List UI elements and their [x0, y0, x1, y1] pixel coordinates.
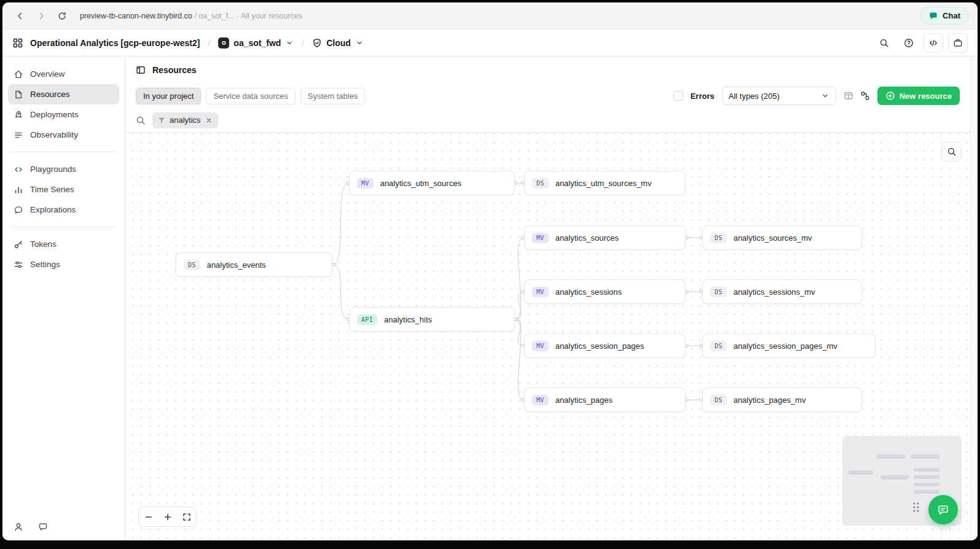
node-type-badge: DS	[710, 341, 727, 351]
minimap-bar	[914, 475, 939, 479]
sidebar-item-label: Settings	[30, 260, 60, 269]
sidebar-item-resources[interactable]: Resources	[8, 84, 119, 104]
edge-endpoint-dot	[515, 318, 518, 321]
edge-endpoint-dot	[686, 345, 689, 348]
plus-circle-icon	[885, 91, 895, 101]
node-label: analytics_sources_mv	[734, 233, 812, 243]
type-filter-dropdown[interactable]: All types (205)	[722, 87, 836, 105]
drag-handle-icon[interactable]	[911, 501, 921, 513]
close-icon[interactable]	[205, 117, 213, 124]
sidebar-divider	[10, 227, 117, 227]
briefcase-icon[interactable]	[948, 33, 968, 53]
graph-canvas[interactable]: DSanalytics_eventsMVanalytics_utm_source…	[125, 133, 970, 540]
app-window: preview-tb-canon-new.tinybird.co / oa_so…	[2, 2, 978, 540]
project-selector[interactable]: o oa_sot_fwd	[218, 37, 294, 49]
chat-fab-button[interactable]	[928, 495, 958, 524]
project-badge: o	[218, 37, 229, 49]
sidebar-item-overview[interactable]: Overview	[8, 64, 119, 84]
search-icon[interactable]	[874, 33, 894, 53]
node-label: analytics_session_pages	[555, 341, 645, 351]
scrollbar-track[interactable]	[970, 56, 978, 540]
graph-node-analytics_events[interactable]: DSanalytics_events	[176, 252, 332, 277]
graph-node-analytics_sources[interactable]: MVanalytics_sources	[524, 225, 686, 250]
node-label: analytics_utm_sources_mv	[555, 179, 652, 188]
graph-node-analytics_pages_mv[interactable]: DSanalytics_pages_mv	[702, 387, 862, 412]
sidebar-item-tokens[interactable]: Tokens	[8, 234, 119, 254]
panel-layout-icon[interactable]	[136, 65, 146, 75]
zoom-out-icon[interactable]	[139, 507, 158, 526]
rocket-icon	[14, 110, 24, 120]
code-icon	[14, 165, 24, 174]
edge-endpoint-dot	[332, 263, 335, 267]
sidebar-item-label: Overview	[30, 69, 65, 79]
graph-node-analytics_pages[interactable]: MVanalytics_pages	[524, 387, 686, 412]
forward-icon[interactable]	[32, 7, 50, 25]
resource-tabs: In your projectService data sourcesSyste…	[136, 88, 365, 104]
code-panel-icon[interactable]	[923, 33, 943, 53]
file-icon	[14, 90, 24, 99]
tab-label: System tables	[308, 91, 358, 101]
graph-view-icon[interactable]	[860, 91, 870, 101]
sidebar-item-label: Playgrounds	[30, 165, 76, 174]
canvas-search-button[interactable]	[942, 142, 962, 162]
node-type-badge: MV	[532, 287, 549, 297]
node-label: analytics_events	[207, 260, 266, 270]
tab-system-tables[interactable]: System tables	[300, 88, 366, 104]
minimap-bar	[914, 468, 939, 472]
breadcrumb-slash: /	[300, 38, 305, 48]
tab-in-your-project[interactable]: In your project	[136, 88, 201, 104]
graph-node-analytics_utm_sources_mv[interactable]: DSanalytics_utm_sources_mv	[524, 171, 686, 195]
tab-service-data-sources[interactable]: Service data sources	[206, 88, 295, 104]
environment-selector[interactable]: Cloud	[312, 38, 364, 48]
key-icon	[14, 239, 24, 249]
sidebar-footer	[14, 522, 48, 532]
node-label: analytics_sessions	[555, 287, 622, 297]
zoom-in-icon[interactable]	[158, 507, 177, 526]
feedback-icon[interactable]	[38, 522, 48, 532]
sidebar-item-label: Time Series	[30, 185, 74, 194]
node-type-badge: MV	[532, 233, 549, 243]
new-resource-button[interactable]: New resource	[877, 87, 960, 105]
user-icon[interactable]	[14, 522, 23, 532]
chat-button[interactable]: Chat	[920, 7, 969, 25]
graph-node-analytics_session_pages[interactable]: MVanalytics_session_pages	[524, 333, 686, 358]
sidebar-item-playgrounds[interactable]: Playgrounds	[8, 159, 119, 179]
url-host: preview-tb-canon-new.tinybird.co	[80, 12, 192, 20]
minimap-bar	[914, 490, 939, 494]
graph-node-analytics_sessions[interactable]: MVanalytics_sessions	[524, 279, 686, 304]
back-icon[interactable]	[11, 7, 29, 25]
graph-node-analytics_sources_mv[interactable]: DSanalytics_sources_mv	[702, 225, 862, 250]
graph-node-analytics_utm_sources[interactable]: MVanalytics_utm_sources	[349, 171, 515, 195]
minimap-bar	[849, 470, 873, 475]
chat-label: Chat	[943, 11, 960, 20]
graph-node-analytics_session_pages_mv[interactable]: DSanalytics_session_pages_mv	[702, 333, 876, 358]
resource-search-row[interactable]: analytics	[125, 108, 970, 133]
node-type-badge: MV	[532, 395, 549, 405]
table-view-icon[interactable]	[844, 91, 853, 101]
project-name: oa_sot_fwd	[233, 38, 281, 48]
node-type-badge: DS	[184, 260, 200, 270]
sidebar-nav: OverviewResourcesDeploymentsObservabilit…	[8, 64, 119, 274]
address-url: preview-tb-canon-new.tinybird.co / oa_so…	[80, 12, 302, 20]
graph-node-analytics_hits[interactable]: APIanalytics_hits	[349, 307, 515, 332]
minimap-bar	[914, 483, 939, 486]
main-panel: Resources In your projectService data so…	[125, 56, 970, 540]
sidebar-item-settings[interactable]: Settings	[8, 254, 119, 274]
search-filter-chip[interactable]: analytics	[152, 112, 218, 128]
sidebar-item-observability[interactable]: Observability	[8, 125, 119, 145]
browser-bar: preview-tb-canon-new.tinybird.co / oa_so…	[2, 2, 978, 29]
bubble-icon	[14, 205, 24, 215]
refresh-icon[interactable]	[53, 7, 71, 25]
edge-analytics_events-to-analytics_utm_sources	[332, 183, 349, 265]
sidebar-item-label: Explorations	[30, 205, 76, 214]
node-type-badge: MV	[532, 341, 549, 351]
graph-node-analytics_sessions_mv[interactable]: DSanalytics_sessions_mv	[702, 279, 862, 304]
sidebar-item-deployments[interactable]: Deployments	[8, 104, 119, 125]
fit-view-icon[interactable]	[177, 507, 196, 526]
help-icon[interactable]	[899, 33, 919, 53]
errors-checkbox[interactable]	[673, 91, 683, 101]
sidebar-item-time-series[interactable]: Time Series	[8, 179, 119, 200]
chevron-down-icon	[355, 39, 364, 47]
page-title-row: Resources	[125, 56, 970, 84]
sidebar-item-explorations[interactable]: Explorations	[8, 200, 119, 220]
